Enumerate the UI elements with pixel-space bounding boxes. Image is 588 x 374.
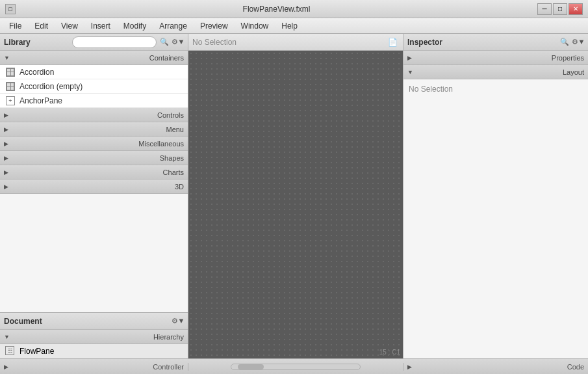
code-label: Code (567, 363, 584, 371)
inspector-settings-icon[interactable]: ⚙▼ (572, 36, 584, 48)
canvas-area: No Selection 📄 15 : C1 (188, 34, 403, 358)
menu-arrange[interactable]: Arrange (153, 20, 194, 32)
flowpane-label: FlowPane (19, 347, 54, 356)
accordion-icon (5, 67, 16, 77)
section-3d[interactable]: ▶ 3D (0, 180, 188, 194)
status-left-arrow: ▶ (4, 364, 8, 370)
accordion-empty-label: Accordion (empty) (19, 82, 83, 91)
menu-modify[interactable]: Modify (117, 20, 153, 32)
inspector-header: Inspector 🔍 ⚙▼ (403, 34, 588, 51)
3d-label: 3D (175, 183, 184, 191)
menu-view[interactable]: View (55, 20, 84, 32)
maximize-button[interactable]: □ (553, 3, 567, 15)
layout-label: Layout (563, 68, 584, 76)
canvas-no-selection: No Selection (192, 38, 386, 47)
left-panel: Library 🔍 ⚙▼ ▼ Containers Accordion (0, 34, 188, 358)
search-icon[interactable]: 🔍 (159, 36, 170, 48)
canvas-toolbar: No Selection 📄 (188, 34, 403, 51)
charts-arrow: ▶ (4, 169, 8, 176)
canvas-scrollbar-thumb[interactable] (238, 364, 264, 369)
hierarchy-label: Hierarchy (153, 333, 184, 341)
status-right: ▶ Code (403, 363, 588, 371)
library-title: Library (4, 38, 31, 47)
controller-label: Controller (153, 363, 184, 371)
title-bar: □ FlowPaneView.fxml ─ □ ✕ (0, 0, 588, 18)
menu-edit[interactable]: Edit (28, 20, 55, 32)
document-title: Document (4, 317, 42, 326)
inspector-header-controls: 🔍 ⚙▼ (559, 36, 584, 48)
accordion-empty-icon (5, 81, 16, 92)
section-controls[interactable]: ▶ Controls (0, 108, 188, 122)
controls-arrow: ▶ (4, 112, 8, 118)
document-section: Document ⚙▼ ▼ Hierarchy ☷ FlowPane (0, 312, 188, 358)
close-button[interactable]: ✕ (569, 3, 583, 15)
canvas-doc-icon: 📄 (386, 36, 399, 49)
status-center (188, 364, 403, 370)
misc-arrow: ▶ (4, 140, 8, 147)
inspector-no-selection: No Selection (409, 85, 453, 94)
menu-arrow: ▶ (4, 126, 8, 133)
containers-arrow: ▼ (4, 55, 10, 61)
3d-arrow: ▶ (4, 183, 8, 190)
inspector-title: Inspector (407, 38, 442, 47)
charts-label: Charts (163, 168, 184, 176)
menu-preview[interactable]: Preview (194, 20, 235, 32)
section-charts[interactable]: ▶ Charts (0, 165, 188, 180)
shapes-arrow: ▶ (4, 155, 8, 161)
containers-label: Containers (149, 54, 184, 62)
window-controls: ─ □ ✕ (537, 3, 583, 15)
library-content: ▼ Containers Accordion Accordion (empty) (0, 51, 188, 312)
properties-label: Properties (552, 54, 584, 62)
library-settings-icon[interactable]: ⚙▼ (172, 36, 184, 48)
menu-help[interactable]: Help (275, 20, 304, 32)
shapes-label: Shapes (160, 154, 184, 162)
flowpane-icon: ☷ (5, 346, 16, 356)
library-search-input[interactable] (72, 36, 157, 48)
hierarchy-item-flowpane[interactable]: ☷ FlowPane (0, 344, 188, 358)
section-menu[interactable]: ▶ Menu (0, 122, 188, 137)
controls-label: Controls (157, 111, 184, 119)
canvas-scrollbar[interactable] (231, 364, 361, 370)
window-icon: □ (5, 4, 16, 14)
document-settings-icon[interactable]: ⚙▼ (172, 315, 184, 327)
status-left: ▶ Controller (0, 363, 188, 371)
library-item-anchorpane[interactable]: + AnchorPane (0, 94, 188, 108)
properties-arrow: ▶ (407, 55, 412, 61)
library-item-accordion-empty[interactable]: Accordion (empty) (0, 79, 188, 94)
accordion-label: Accordion (19, 68, 54, 77)
library-header-controls: 🔍 ⚙▼ (72, 36, 184, 48)
menu-file[interactable]: File (3, 20, 28, 32)
canvas[interactable]: 15 : C1 (188, 51, 403, 358)
canvas-watermark: 15 : C1 (379, 349, 400, 356)
library-header: Library 🔍 ⚙▼ (0, 34, 188, 51)
section-containers[interactable]: ▼ Containers (0, 51, 188, 65)
section-miscellaneous[interactable]: ▶ Miscellaneous (0, 137, 188, 151)
status-bar: ▶ Controller ▶ Code (0, 358, 588, 374)
inspector-content: No Selection (403, 79, 588, 358)
main-area: Library 🔍 ⚙▼ ▼ Containers Accordion (0, 34, 588, 358)
document-header: Document ⚙▼ (0, 313, 188, 330)
layout-arrow: ▼ (407, 69, 413, 75)
menu-window[interactable]: Window (235, 20, 275, 32)
section-shapes[interactable]: ▶ Shapes (0, 151, 188, 165)
hierarchy-arrow: ▼ (4, 334, 10, 340)
window-title: FlowPaneView.fxml (16, 5, 537, 14)
menu-insert[interactable]: Insert (84, 20, 117, 32)
minimize-button[interactable]: ─ (537, 3, 552, 15)
layout-section[interactable]: ▼ Layout (403, 65, 588, 79)
right-panel: Inspector 🔍 ⚙▼ ▶ Properties ▼ Layout No … (403, 34, 588, 358)
anchorpane-icon: + (5, 96, 16, 106)
menu-bar: File Edit View Insert Modify Arrange Pre… (0, 18, 588, 34)
properties-section[interactable]: ▶ Properties (403, 51, 588, 65)
anchorpane-label: AnchorPane (19, 96, 62, 105)
menu-section-label: Menu (166, 126, 184, 133)
status-right-arrow: ▶ (407, 364, 412, 370)
hierarchy-section[interactable]: ▼ Hierarchy (0, 330, 188, 344)
library-item-accordion[interactable]: Accordion (0, 65, 188, 79)
misc-label: Miscellaneous (138, 140, 184, 148)
inspector-search-icon[interactable]: 🔍 (559, 36, 570, 48)
